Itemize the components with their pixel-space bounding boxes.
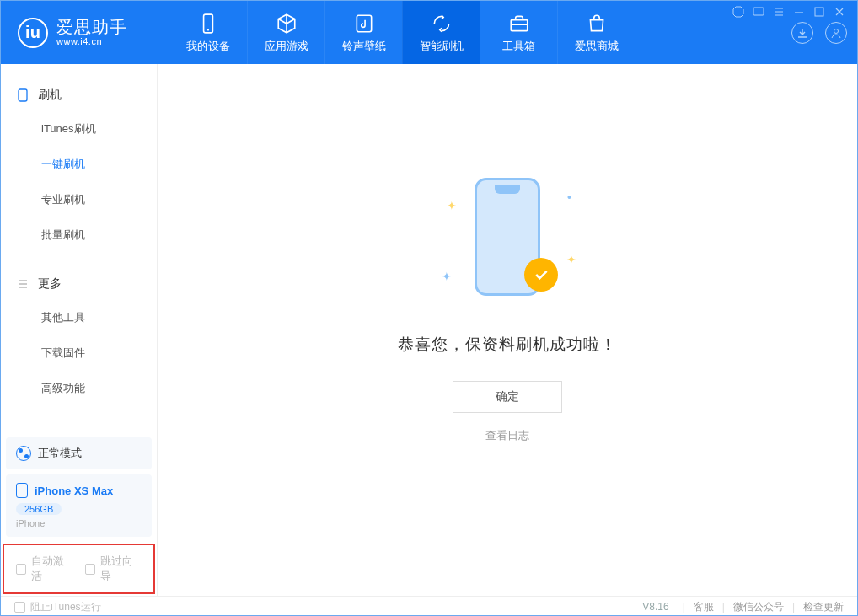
sidebar-section-flash: 刷机 (1, 79, 157, 111)
nav-smart-flash[interactable]: 智能刷机 (402, 1, 480, 64)
list-icon (16, 277, 29, 291)
sidebar-item-batch[interactable]: 批量刷机 (1, 217, 157, 253)
mode-icon (16, 446, 31, 461)
sidebar-item-advanced[interactable]: 高级功能 (1, 371, 157, 406)
device-storage-badge: 256GB (16, 503, 62, 515)
version-label: V8.16 (642, 601, 668, 613)
theme-icon[interactable] (732, 6, 744, 18)
music-icon (352, 12, 376, 35)
view-log-link[interactable]: 查看日志 (485, 428, 529, 443)
device-type: iPhone (16, 518, 142, 528)
nav-label: 工具箱 (502, 39, 535, 54)
sidebar-item-download-fw[interactable]: 下载固件 (1, 335, 157, 371)
device-card[interactable]: iPhone XS Max 256GB iPhone (6, 474, 152, 537)
app-logo: iu 爱思助手 www.i4.cn (1, 1, 169, 64)
checkbox-icon (85, 564, 95, 575)
sidebar-item-pro[interactable]: 专业刷机 (1, 182, 157, 217)
feedback-icon[interactable] (753, 6, 764, 18)
svg-rect-0 (753, 8, 764, 15)
svg-rect-7 (19, 89, 27, 101)
checkbox-skip-guide[interactable]: 跳过向导 (85, 554, 142, 584)
success-message: 恭喜您，保资料刷机成功啦！ (398, 334, 617, 356)
nav-label: 我的设备 (186, 39, 230, 54)
app-header: iu 爱思助手 www.i4.cn 我的设备 应用游戏 铃声壁纸 智能刷机 (1, 1, 857, 64)
ok-button[interactable]: 确定 (453, 381, 562, 413)
logo-icon: iu (18, 18, 48, 48)
device-name: iPhone XS Max (35, 485, 113, 497)
nav-ringtones[interactable]: 铃声壁纸 (324, 1, 402, 64)
nav-label: 智能刷机 (420, 39, 464, 54)
sidebar: 刷机 iTunes刷机 一键刷机 专业刷机 批量刷机 更多 其他工具 下载固件 … (1, 64, 158, 596)
nav-apps-games[interactable]: 应用游戏 (247, 1, 324, 64)
footer-support-link[interactable]: 客服 (694, 600, 714, 614)
sparkle-icon: ✦ (447, 199, 457, 212)
window-controls (732, 6, 845, 18)
sparkle-icon: • (567, 190, 571, 204)
maximize-icon[interactable] (813, 6, 825, 18)
device-icon (196, 12, 220, 35)
minimize-icon[interactable] (793, 6, 805, 18)
flash-options-highlight: 自动激活 跳过向导 (3, 544, 155, 594)
nav-my-device[interactable]: 我的设备 (169, 1, 247, 64)
sparkle-icon: ✦ (442, 270, 452, 283)
sidebar-item-other-tools[interactable]: 其他工具 (1, 300, 157, 335)
menu-icon[interactable] (773, 6, 785, 18)
nav-label: 应用游戏 (265, 39, 308, 54)
nav-label: 爱思商城 (575, 39, 619, 54)
svg-rect-4 (357, 15, 371, 32)
section-title: 刷机 (38, 88, 62, 103)
checkbox-label: 跳过向导 (100, 554, 142, 584)
bag-icon (585, 12, 609, 35)
nav-label: 铃声壁纸 (342, 39, 386, 54)
main-panel: ✦ ✦ • ✦ 恭喜您，保资料刷机成功啦！ 确定 查看日志 (158, 64, 857, 596)
checkbox-label: 自动激活 (31, 554, 72, 584)
checkbox-block-itunes[interactable]: 阻止iTunes运行 (14, 600, 101, 614)
check-badge-icon (524, 258, 558, 292)
sidebar-item-itunes[interactable]: iTunes刷机 (1, 111, 157, 147)
footer-update-link[interactable]: 检查更新 (803, 600, 844, 614)
user-icon[interactable] (825, 22, 847, 44)
app-url: www.i4.cn (56, 36, 127, 46)
checkbox-label: 阻止iTunes运行 (30, 600, 101, 614)
phone-icon (16, 88, 29, 102)
svg-point-3 (207, 29, 209, 30)
nav-store[interactable]: 爱思商城 (557, 1, 635, 64)
footer-wechat-link[interactable]: 微信公众号 (733, 600, 784, 614)
device-phone-icon (16, 483, 28, 498)
top-nav: 我的设备 应用游戏 铃声壁纸 智能刷机 工具箱 爱思商城 (169, 1, 635, 64)
mode-label: 正常模式 (38, 446, 82, 461)
section-title: 更多 (38, 276, 62, 292)
checkbox-icon (16, 564, 26, 575)
sparkle-icon: ✦ (566, 253, 576, 266)
checkbox-icon (14, 602, 25, 613)
cube-icon (275, 12, 298, 35)
sidebar-section-more: 更多 (1, 268, 157, 300)
success-illustration: ✦ ✦ • ✦ (432, 165, 583, 308)
footer: 阻止iTunes运行 V8.16 | 客服 | 微信公众号 | 检查更新 (1, 596, 857, 616)
svg-point-6 (834, 29, 839, 33)
nav-toolbox[interactable]: 工具箱 (480, 1, 557, 64)
checkbox-auto-activate[interactable]: 自动激活 (16, 554, 73, 584)
svg-rect-1 (815, 8, 823, 16)
content-area: 刷机 iTunes刷机 一键刷机 专业刷机 批量刷机 更多 其他工具 下载固件 … (1, 64, 857, 596)
sidebar-item-onekey[interactable]: 一键刷机 (1, 147, 157, 182)
download-icon[interactable] (791, 22, 813, 44)
toolbox-icon (507, 12, 531, 35)
svg-rect-5 (511, 19, 528, 30)
close-icon[interactable] (834, 6, 845, 18)
app-name: 爱思助手 (56, 18, 127, 36)
refresh-icon (430, 12, 453, 35)
device-mode-status[interactable]: 正常模式 (6, 437, 152, 469)
